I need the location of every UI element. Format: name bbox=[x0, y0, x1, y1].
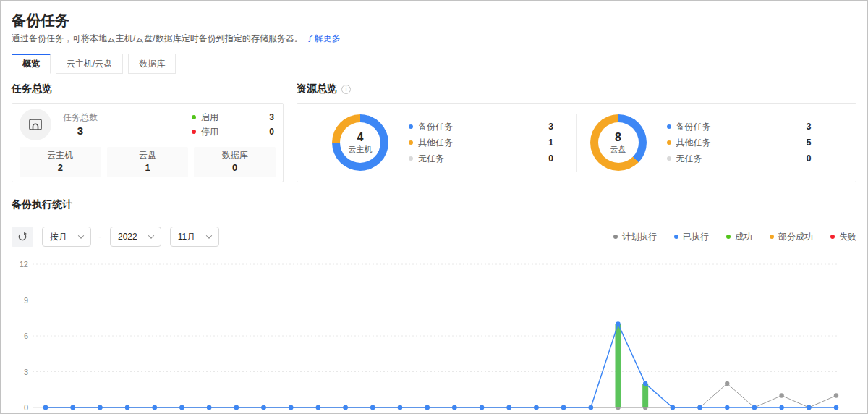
page-title: 备份任务 bbox=[12, 12, 856, 29]
chevron-down-icon bbox=[148, 232, 153, 238]
task-overview-section: 任务总览 任务总数 3 bbox=[12, 83, 284, 182]
type-host-label: 云主机 bbox=[20, 149, 101, 161]
legend-text: 成功 bbox=[735, 231, 752, 243]
disk-count: 8 bbox=[615, 131, 621, 144]
type-box-database: 数据库 0 bbox=[194, 147, 276, 177]
exec-stats-section: 备份执行统计 按月 - 2022 11月 bbox=[1, 198, 867, 414]
tab-overview[interactable]: 概览 bbox=[12, 54, 51, 74]
task-total-value: 3 bbox=[63, 124, 98, 138]
disk-donut-chart: 8 云盘 bbox=[590, 114, 647, 171]
task-type-boxes: 云主机 2 云盘 1 数据库 0 bbox=[20, 147, 276, 177]
legend-label: 备份任务 bbox=[418, 119, 548, 135]
type-database-label: 数据库 bbox=[194, 149, 276, 161]
host-donut-center: 4 云主机 bbox=[340, 122, 380, 163]
learn-more-link[interactable]: 了解更多 bbox=[306, 33, 341, 43]
resource-group-host: 4 云主机 备份任务 3 其他任务 1 bbox=[319, 114, 576, 171]
task-summary: 任务总数 3 启用 3 停用 0 bbox=[20, 108, 276, 141]
disk-label: 云盘 bbox=[610, 144, 626, 154]
exec-stats-title: 备份执行统计 bbox=[1, 198, 867, 211]
refresh-button[interactable] bbox=[12, 227, 33, 247]
svg-text:3: 3 bbox=[24, 368, 28, 376]
svg-text:0: 0 bbox=[24, 403, 28, 412]
legend-label: 其他任务 bbox=[418, 135, 548, 151]
task-total: 任务总数 3 bbox=[63, 111, 98, 138]
legend-value: 0 bbox=[807, 151, 812, 166]
resource-overview-title: 资源总览 i bbox=[297, 83, 856, 96]
tab-host-disk[interactable]: 云主机/云盘 bbox=[56, 54, 123, 74]
filter-separator: - bbox=[98, 232, 101, 242]
legend-item-failed[interactable]: 失败 bbox=[830, 231, 856, 243]
backup-task-dot-icon bbox=[667, 124, 671, 129]
legend-row: 其他任务 5 bbox=[667, 135, 812, 151]
svg-text:12: 12 bbox=[20, 260, 28, 269]
month-select-value: 11月 bbox=[178, 231, 195, 243]
legend-item-planned[interactable]: 计划执行 bbox=[613, 231, 657, 243]
svg-text:9: 9 bbox=[24, 296, 28, 305]
legend-value: 5 bbox=[807, 135, 812, 151]
disabled-label: 停用 bbox=[201, 124, 269, 139]
host-count: 4 bbox=[357, 131, 364, 144]
info-icon[interactable]: i bbox=[341, 85, 351, 94]
chevron-down-icon bbox=[206, 232, 212, 238]
legend-text: 失败 bbox=[839, 231, 856, 243]
status-row-disabled: 停用 0 bbox=[192, 124, 274, 139]
period-select-value: 按月 bbox=[50, 231, 67, 243]
legend-value: 3 bbox=[807, 119, 812, 135]
planned-dot-icon bbox=[613, 235, 618, 239]
svg-text:6: 6 bbox=[24, 331, 28, 340]
no-task-dot-icon bbox=[667, 156, 671, 161]
exec-chart-area: 03691211-0111-0311-0511-0711-0911-1111-1… bbox=[1, 250, 867, 414]
task-icon bbox=[20, 109, 51, 140]
disk-donut-center: 8 云盘 bbox=[598, 122, 639, 163]
chevron-down-icon bbox=[78, 232, 84, 238]
backup-tasks-page: 备份任务 通过备份任务，可将本地云主机/云盘/数据库定时备份到指定的存储服务器。… bbox=[0, 0, 868, 414]
legend-label: 无任务 bbox=[418, 151, 548, 166]
type-disk-label: 云盘 bbox=[107, 149, 189, 161]
host-donut-chart: 4 云主机 bbox=[332, 114, 388, 171]
legend-text: 计划执行 bbox=[622, 231, 657, 243]
task-overview-card: 任务总数 3 启用 3 停用 0 bbox=[12, 103, 284, 182]
legend-text: 部分成功 bbox=[778, 231, 813, 243]
legend-text: 已执行 bbox=[683, 231, 709, 243]
chart-legend: 计划执行 已执行 成功 部分成功 失败 bbox=[596, 231, 856, 243]
type-box-host: 云主机 2 bbox=[20, 147, 101, 177]
no-task-dot-icon bbox=[409, 156, 413, 161]
legend-item-partial-success[interactable]: 部分成功 bbox=[770, 231, 813, 243]
legend-row: 其他任务 1 bbox=[409, 135, 553, 151]
subtitle-text: 通过备份任务，可将本地云主机/云盘/数据库定时备份到指定的存储服务器。 bbox=[12, 33, 303, 43]
failed-dot-icon bbox=[830, 235, 835, 239]
legend-label: 其他任务 bbox=[676, 135, 807, 151]
resource-overview-section: 资源总览 i 4 云主机 备份任务 3 bbox=[297, 83, 856, 182]
resource-group-disk: 8 云盘 备份任务 3 其他任务 5 bbox=[577, 114, 835, 171]
other-task-dot-icon bbox=[667, 140, 671, 145]
type-box-disk: 云盘 1 bbox=[107, 147, 189, 177]
legend-item-success[interactable]: 成功 bbox=[726, 231, 752, 243]
legend-label: 无任务 bbox=[676, 151, 807, 166]
host-donut-legend: 备份任务 3 其他任务 1 无任务 0 bbox=[409, 119, 553, 166]
task-total-label: 任务总数 bbox=[63, 111, 98, 124]
type-database-value: 0 bbox=[194, 161, 276, 174]
other-task-dot-icon bbox=[409, 140, 413, 145]
task-overview-title: 任务总览 bbox=[12, 83, 284, 96]
legend-row: 无任务 0 bbox=[667, 151, 812, 166]
legend-label: 备份任务 bbox=[676, 119, 807, 135]
type-disk-value: 1 bbox=[107, 161, 189, 174]
executed-dot-icon bbox=[674, 235, 678, 239]
tab-database[interactable]: 数据库 bbox=[128, 54, 176, 74]
refresh-icon bbox=[17, 232, 27, 242]
legend-row: 备份任务 3 bbox=[667, 119, 812, 135]
partial-success-dot-icon bbox=[770, 235, 774, 239]
legend-row: 备份任务 3 bbox=[409, 119, 553, 135]
type-host-value: 2 bbox=[20, 161, 101, 174]
backup-task-dot-icon bbox=[409, 124, 413, 129]
legend-item-executed[interactable]: 已执行 bbox=[674, 231, 709, 243]
page-header: 备份任务 通过备份任务，可将本地云主机/云盘/数据库定时备份到指定的存储服务器。… bbox=[1, 1, 867, 74]
success-dot-icon bbox=[726, 235, 731, 239]
enabled-label: 启用 bbox=[201, 110, 269, 124]
month-select[interactable]: 11月 bbox=[170, 227, 219, 247]
legend-value: 3 bbox=[548, 119, 553, 135]
period-select[interactable]: 按月 bbox=[42, 227, 91, 247]
disk-donut-legend: 备份任务 3 其他任务 5 无任务 0 bbox=[667, 119, 812, 166]
year-select-value: 2022 bbox=[118, 232, 137, 242]
year-select[interactable]: 2022 bbox=[110, 227, 161, 247]
